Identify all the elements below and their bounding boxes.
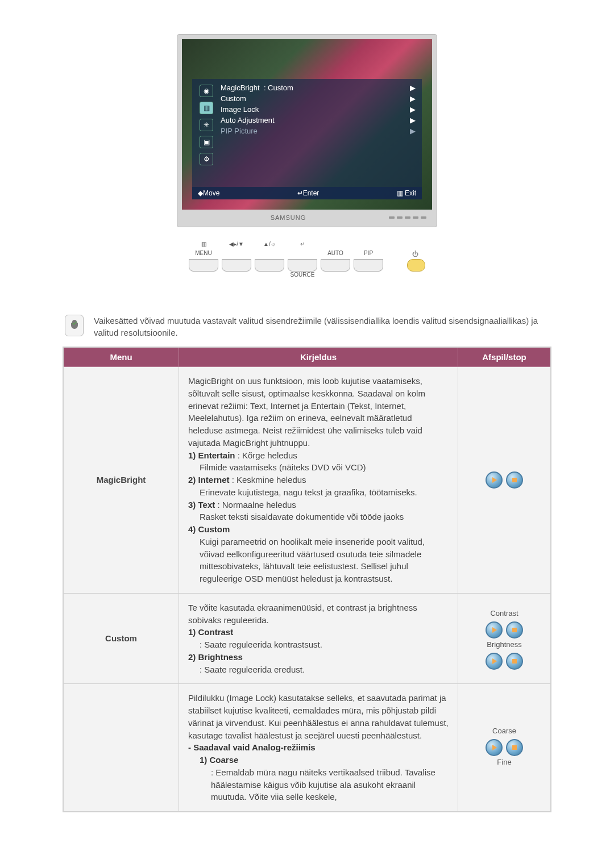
menu-label: MagicBright <box>63 367 179 594</box>
power-button-icon <box>407 259 425 272</box>
play-label: Brightness <box>467 640 541 650</box>
osd-tab-picture-icon: ▥ <box>200 102 213 114</box>
table-row: Custom Te võite kasutada ekraanimenüüsid… <box>63 593 551 684</box>
stop-icon[interactable] <box>506 621 523 639</box>
play-label: Contrast <box>467 608 541 619</box>
stop-icon[interactable] <box>506 471 523 489</box>
osd-enter-hint: ↵Enter <box>297 189 320 197</box>
note-icon <box>65 315 84 336</box>
monitor-button-row: ▥MENU ◀▸/▼ ▲/☼ ↵ SOURCE AUTO PIP <box>177 241 437 281</box>
play-icon[interactable] <box>486 471 503 489</box>
play-label: Coarse <box>467 726 541 737</box>
osd-menu-list: MagicBright : Custom▶ Custom▶ Image Lock… <box>216 82 417 165</box>
col-play: Afspil/stop <box>458 347 551 367</box>
menu-description: Te võite kasutada ekraanimenüüsid, et co… <box>179 593 458 684</box>
play-icon[interactable] <box>486 739 503 756</box>
osd-panel: ◉ ▥ ✳ ▣ ⚙ MagicBright : Custom▶ Custom▶ … <box>192 79 422 199</box>
osd-settings-table: Menu Kirjeldus Afspil/stop MagicBright M… <box>63 347 551 812</box>
osd-exit-hint: ▥ Exit <box>397 189 416 197</box>
osd-tab-icon: ▣ <box>200 136 213 148</box>
osd-tab-icon: ✳ <box>200 119 213 131</box>
osd-picture-label: Picture <box>401 5 428 14</box>
monitor-brand: SAMSUNG <box>271 214 306 221</box>
osd-tab-icon: ⚙ <box>200 153 213 165</box>
table-row: Pildilukku (Image Lock) kasutatakse sell… <box>63 684 551 812</box>
play-icon[interactable] <box>486 621 503 639</box>
col-menu: Menu <box>63 347 179 367</box>
monitor-mockup: Picture ◉ ▥ ✳ ▣ ⚙ MagicBright : Cu <box>177 34 437 281</box>
osd-sidebar: ◉ ▥ ✳ ▣ ⚙ <box>197 82 216 165</box>
menu-description: MagicBright on uus funktsioon, mis loob … <box>179 367 458 594</box>
menu-description: Pildilukku (Image Lock) kasutatakse sell… <box>179 684 458 812</box>
table-row: MagicBright MagicBright on uus funktsioo… <box>63 367 551 594</box>
menu-label: Custom <box>63 593 179 684</box>
menu-label <box>63 684 179 812</box>
osd-move-hint: ◆Move <box>198 189 219 197</box>
stop-icon[interactable] <box>506 739 523 756</box>
col-desc: Kirjeldus <box>179 347 458 367</box>
play-icon[interactable] <box>486 653 503 670</box>
play-label: Fine <box>467 757 541 768</box>
osd-tab-icon: ◉ <box>200 85 213 97</box>
stop-icon[interactable] <box>506 653 523 670</box>
note-text: Vaikesätted võivad muutuda vastavalt val… <box>94 315 551 339</box>
